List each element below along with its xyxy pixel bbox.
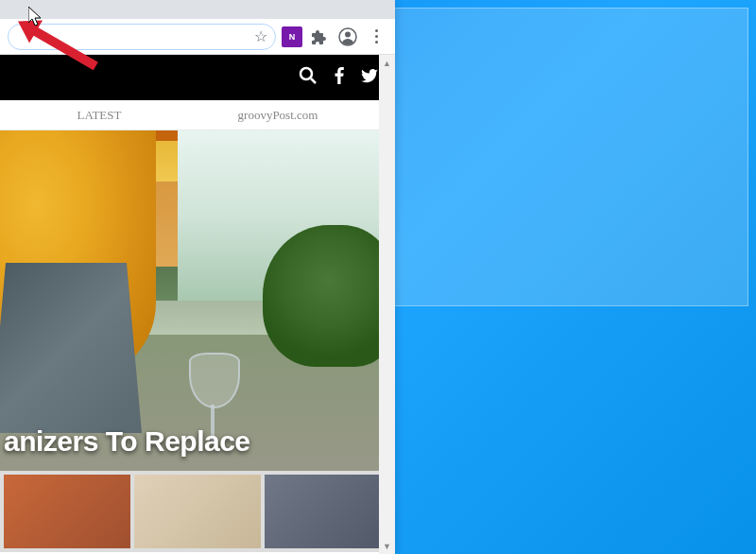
site-nav: LATEST groovyPost.com — [0, 100, 395, 130]
menu-icon[interactable] — [365, 26, 387, 48]
onenote-extension-icon[interactable]: N — [282, 26, 302, 47]
vertical-scrollbar[interactable]: ▲ ▼ — [379, 55, 395, 554]
svg-point-2 — [301, 68, 312, 79]
profile-icon[interactable] — [336, 26, 359, 48]
extensions-icon[interactable] — [308, 26, 331, 48]
hero-apron — [0, 263, 142, 433]
svg-point-1 — [345, 31, 351, 37]
thumbnail-strip — [0, 471, 395, 552]
scroll-up-icon[interactable]: ▲ — [379, 55, 395, 71]
facebook-icon[interactable] — [335, 67, 344, 88]
page-content: LATEST groovyPost.com anizers To Replace — [0, 55, 395, 554]
search-icon[interactable] — [299, 66, 318, 89]
snap-preview-region — [391, 8, 748, 306]
cursor-icon — [28, 7, 43, 27]
hero-plants — [263, 225, 395, 367]
tab-bar[interactable] — [0, 0, 395, 19]
nav-brand[interactable]: groovyPost.com — [238, 108, 318, 123]
hero-image: anizers To Replace — [0, 130, 395, 471]
svg-line-3 — [311, 78, 316, 83]
twitter-icon[interactable] — [361, 69, 378, 87]
article-headline[interactable]: anizers To Replace — [0, 425, 395, 458]
nav-latest[interactable]: LATEST — [77, 108, 122, 123]
scroll-down-icon[interactable]: ▼ — [379, 538, 395, 554]
bookmark-star-icon[interactable]: ☆ — [254, 27, 267, 45]
browser-window: ☆ N LATEST groovyPost.com — [0, 0, 395, 554]
thumbnail[interactable] — [134, 475, 261, 548]
site-header — [0, 55, 395, 100]
thumbnail[interactable] — [4, 475, 130, 548]
thumbnail[interactable] — [265, 475, 391, 548]
